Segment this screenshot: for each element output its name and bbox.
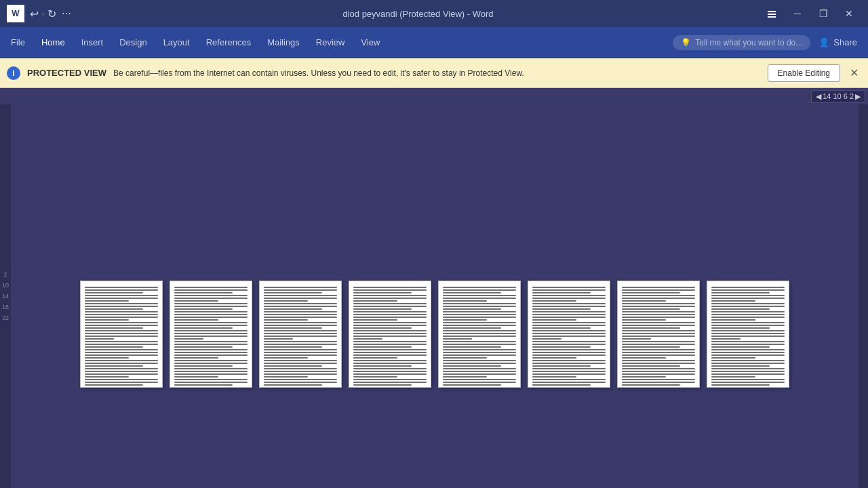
undo-redo-area: ↩ ▾ ↻ ⋯ — [30, 7, 71, 20]
tab-view[interactable]: View — [353, 27, 388, 58]
lightbulb-icon: 💡 — [681, 38, 691, 47]
tab-home[interactable]: Home — [33, 27, 73, 58]
share-person-icon: 👤 — [818, 37, 829, 47]
ruler-controls: ◀ 14 10 6 2 ▶ — [811, 90, 865, 103]
ruler-area: ◀ 14 10 6 2 ▶ — [0, 88, 868, 104]
tab-references[interactable]: References — [198, 27, 259, 58]
document-area — [11, 104, 859, 488]
protected-view-label: PROTECTED VIEW — [27, 68, 106, 78]
tab-layout[interactable]: Layout — [155, 27, 198, 58]
share-button[interactable]: 👤 Share — [810, 33, 865, 52]
redo-button[interactable]: ↻ — [47, 7, 56, 20]
left-ruler: 2 10 14 18 22 — [0, 104, 11, 488]
undo-button[interactable]: ↩ — [30, 7, 39, 20]
ruler-right-arrow[interactable]: ▶ — [855, 92, 861, 101]
svg-rect-0 — [768, 11, 776, 12]
page-thumbnail — [617, 281, 700, 388]
protected-info-icon: i — [7, 66, 20, 80]
page-thumbnail — [259, 281, 342, 388]
page-thumbnail — [170, 281, 252, 388]
right-scrollbar[interactable] — [859, 104, 868, 488]
pages-row — [80, 281, 789, 388]
ruler-left-arrow[interactable]: ◀ — [816, 92, 821, 101]
word-logo: W — [7, 5, 24, 22]
protected-bar-close-button[interactable]: ✕ — [847, 64, 861, 82]
tab-insert[interactable]: Insert — [73, 27, 112, 58]
ribbon: File Home Insert Design Layout Reference… — [0, 27, 868, 58]
protected-view-bar: i PROTECTED VIEW Be careful—files from t… — [0, 58, 868, 88]
main-content: 2 10 14 18 22 — [0, 104, 868, 488]
page-thumbnail — [528, 281, 610, 388]
title-bar: W ↩ ▾ ↻ ⋯ diod peyvandi (Protected View)… — [0, 0, 868, 27]
enable-editing-button[interactable]: Enable Editing — [768, 64, 840, 82]
svg-rect-1 — [768, 14, 776, 15]
page-thumbnail — [80, 281, 163, 388]
tell-me-search[interactable]: 💡 Tell me what you want to do... — [673, 35, 810, 50]
protected-view-message: Be careful—files from the Internet can c… — [113, 68, 761, 78]
close-button[interactable]: ✕ — [837, 4, 861, 23]
ruler-values: 14 10 6 2 — [823, 92, 854, 100]
tab-design[interactable]: Design — [111, 27, 155, 58]
tab-review[interactable]: Review — [308, 27, 353, 58]
save-button[interactable]: ⋯ — [62, 8, 71, 19]
search-placeholder: Tell me what you want to do... — [695, 38, 802, 47]
window-controls: ─ ❐ ✕ — [760, 4, 861, 23]
ribbon-toggle-button[interactable] — [760, 4, 784, 23]
page-thumbnail — [438, 281, 521, 388]
page-thumbnail — [349, 281, 431, 388]
share-label: Share — [833, 37, 857, 47]
tab-mailings[interactable]: Mailings — [259, 27, 308, 58]
svg-rect-2 — [768, 16, 776, 18]
document-title: diod peyvandi (Protected View) - Word — [77, 9, 760, 19]
tab-file[interactable]: File — [3, 27, 33, 58]
minimize-button[interactable]: ─ — [785, 4, 810, 23]
page-thumbnail — [707, 281, 789, 388]
restore-button[interactable]: ❐ — [811, 4, 835, 23]
